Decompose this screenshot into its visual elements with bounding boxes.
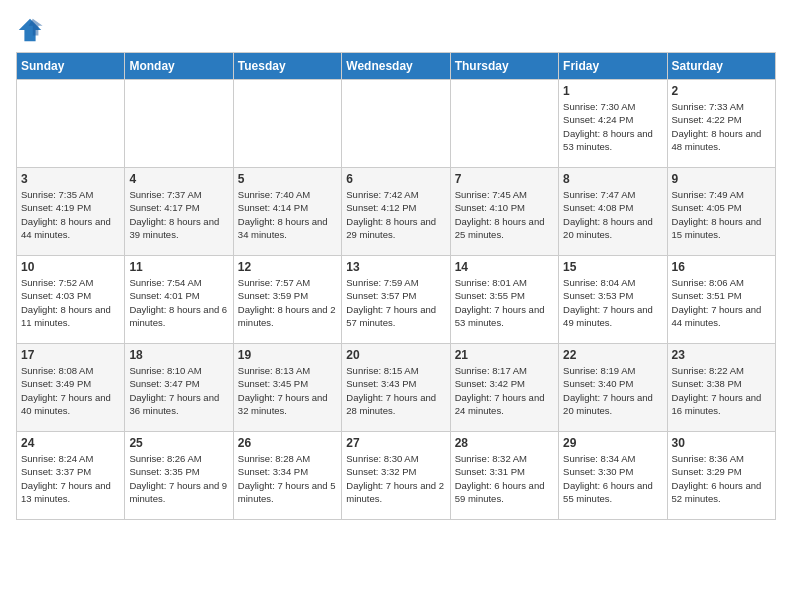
- day-number: 19: [238, 348, 337, 362]
- page-header: [16, 16, 776, 44]
- calendar-cell: 11Sunrise: 7:54 AMSunset: 4:01 PMDayligh…: [125, 256, 233, 344]
- day-info: Sunrise: 8:08 AMSunset: 3:49 PMDaylight:…: [21, 364, 120, 417]
- day-number: 14: [455, 260, 554, 274]
- day-number: 5: [238, 172, 337, 186]
- day-number: 6: [346, 172, 445, 186]
- calendar-cell: 26Sunrise: 8:28 AMSunset: 3:34 PMDayligh…: [233, 432, 341, 520]
- col-header-sunday: Sunday: [17, 53, 125, 80]
- calendar-cell: 18Sunrise: 8:10 AMSunset: 3:47 PMDayligh…: [125, 344, 233, 432]
- calendar-header-row: SundayMondayTuesdayWednesdayThursdayFrid…: [17, 53, 776, 80]
- day-number: 11: [129, 260, 228, 274]
- calendar-week-5: 24Sunrise: 8:24 AMSunset: 3:37 PMDayligh…: [17, 432, 776, 520]
- day-number: 2: [672, 84, 771, 98]
- col-header-tuesday: Tuesday: [233, 53, 341, 80]
- calendar-cell: 15Sunrise: 8:04 AMSunset: 3:53 PMDayligh…: [559, 256, 667, 344]
- col-header-thursday: Thursday: [450, 53, 558, 80]
- calendar-cell: 1Sunrise: 7:30 AMSunset: 4:24 PMDaylight…: [559, 80, 667, 168]
- day-info: Sunrise: 7:37 AMSunset: 4:17 PMDaylight:…: [129, 188, 228, 241]
- day-number: 30: [672, 436, 771, 450]
- day-number: 9: [672, 172, 771, 186]
- day-info: Sunrise: 7:33 AMSunset: 4:22 PMDaylight:…: [672, 100, 771, 153]
- day-info: Sunrise: 7:54 AMSunset: 4:01 PMDaylight:…: [129, 276, 228, 329]
- day-number: 8: [563, 172, 662, 186]
- day-info: Sunrise: 8:06 AMSunset: 3:51 PMDaylight:…: [672, 276, 771, 329]
- day-number: 21: [455, 348, 554, 362]
- day-info: Sunrise: 8:24 AMSunset: 3:37 PMDaylight:…: [21, 452, 120, 505]
- day-info: Sunrise: 8:13 AMSunset: 3:45 PMDaylight:…: [238, 364, 337, 417]
- day-number: 17: [21, 348, 120, 362]
- day-number: 25: [129, 436, 228, 450]
- calendar-cell: [450, 80, 558, 168]
- calendar-cell: 28Sunrise: 8:32 AMSunset: 3:31 PMDayligh…: [450, 432, 558, 520]
- calendar-cell: 17Sunrise: 8:08 AMSunset: 3:49 PMDayligh…: [17, 344, 125, 432]
- day-number: 27: [346, 436, 445, 450]
- day-number: 12: [238, 260, 337, 274]
- day-number: 4: [129, 172, 228, 186]
- day-info: Sunrise: 8:36 AMSunset: 3:29 PMDaylight:…: [672, 452, 771, 505]
- day-info: Sunrise: 8:28 AMSunset: 3:34 PMDaylight:…: [238, 452, 337, 505]
- calendar-week-3: 10Sunrise: 7:52 AMSunset: 4:03 PMDayligh…: [17, 256, 776, 344]
- day-number: 16: [672, 260, 771, 274]
- calendar-cell: 12Sunrise: 7:57 AMSunset: 3:59 PMDayligh…: [233, 256, 341, 344]
- calendar-cell: 6Sunrise: 7:42 AMSunset: 4:12 PMDaylight…: [342, 168, 450, 256]
- calendar-cell: 25Sunrise: 8:26 AMSunset: 3:35 PMDayligh…: [125, 432, 233, 520]
- day-number: 20: [346, 348, 445, 362]
- day-number: 18: [129, 348, 228, 362]
- day-info: Sunrise: 8:04 AMSunset: 3:53 PMDaylight:…: [563, 276, 662, 329]
- day-info: Sunrise: 8:26 AMSunset: 3:35 PMDaylight:…: [129, 452, 228, 505]
- calendar-cell: 8Sunrise: 7:47 AMSunset: 4:08 PMDaylight…: [559, 168, 667, 256]
- calendar-cell: 27Sunrise: 8:30 AMSunset: 3:32 PMDayligh…: [342, 432, 450, 520]
- calendar-cell: 14Sunrise: 8:01 AMSunset: 3:55 PMDayligh…: [450, 256, 558, 344]
- day-info: Sunrise: 7:35 AMSunset: 4:19 PMDaylight:…: [21, 188, 120, 241]
- day-info: Sunrise: 7:49 AMSunset: 4:05 PMDaylight:…: [672, 188, 771, 241]
- day-info: Sunrise: 8:01 AMSunset: 3:55 PMDaylight:…: [455, 276, 554, 329]
- calendar-cell: 10Sunrise: 7:52 AMSunset: 4:03 PMDayligh…: [17, 256, 125, 344]
- calendar-cell: 3Sunrise: 7:35 AMSunset: 4:19 PMDaylight…: [17, 168, 125, 256]
- logo-icon: [16, 16, 44, 44]
- day-number: 10: [21, 260, 120, 274]
- day-info: Sunrise: 8:19 AMSunset: 3:40 PMDaylight:…: [563, 364, 662, 417]
- calendar-cell: 22Sunrise: 8:19 AMSunset: 3:40 PMDayligh…: [559, 344, 667, 432]
- day-number: 3: [21, 172, 120, 186]
- day-info: Sunrise: 7:47 AMSunset: 4:08 PMDaylight:…: [563, 188, 662, 241]
- col-header-monday: Monday: [125, 53, 233, 80]
- calendar-cell: [125, 80, 233, 168]
- day-info: Sunrise: 7:52 AMSunset: 4:03 PMDaylight:…: [21, 276, 120, 329]
- day-number: 15: [563, 260, 662, 274]
- day-info: Sunrise: 8:17 AMSunset: 3:42 PMDaylight:…: [455, 364, 554, 417]
- calendar-week-2: 3Sunrise: 7:35 AMSunset: 4:19 PMDaylight…: [17, 168, 776, 256]
- calendar-cell: [342, 80, 450, 168]
- day-info: Sunrise: 7:40 AMSunset: 4:14 PMDaylight:…: [238, 188, 337, 241]
- day-number: 23: [672, 348, 771, 362]
- calendar-cell: 24Sunrise: 8:24 AMSunset: 3:37 PMDayligh…: [17, 432, 125, 520]
- calendar-cell: 5Sunrise: 7:40 AMSunset: 4:14 PMDaylight…: [233, 168, 341, 256]
- day-info: Sunrise: 7:45 AMSunset: 4:10 PMDaylight:…: [455, 188, 554, 241]
- calendar-cell: 20Sunrise: 8:15 AMSunset: 3:43 PMDayligh…: [342, 344, 450, 432]
- day-number: 7: [455, 172, 554, 186]
- day-info: Sunrise: 8:22 AMSunset: 3:38 PMDaylight:…: [672, 364, 771, 417]
- calendar-cell: 9Sunrise: 7:49 AMSunset: 4:05 PMDaylight…: [667, 168, 775, 256]
- col-header-friday: Friday: [559, 53, 667, 80]
- calendar-cell: 2Sunrise: 7:33 AMSunset: 4:22 PMDaylight…: [667, 80, 775, 168]
- day-number: 13: [346, 260, 445, 274]
- logo: [16, 16, 48, 44]
- day-number: 24: [21, 436, 120, 450]
- day-info: Sunrise: 8:34 AMSunset: 3:30 PMDaylight:…: [563, 452, 662, 505]
- calendar-cell: 30Sunrise: 8:36 AMSunset: 3:29 PMDayligh…: [667, 432, 775, 520]
- calendar-cell: 21Sunrise: 8:17 AMSunset: 3:42 PMDayligh…: [450, 344, 558, 432]
- calendar-cell: 16Sunrise: 8:06 AMSunset: 3:51 PMDayligh…: [667, 256, 775, 344]
- day-info: Sunrise: 8:15 AMSunset: 3:43 PMDaylight:…: [346, 364, 445, 417]
- calendar-week-4: 17Sunrise: 8:08 AMSunset: 3:49 PMDayligh…: [17, 344, 776, 432]
- day-info: Sunrise: 7:59 AMSunset: 3:57 PMDaylight:…: [346, 276, 445, 329]
- day-info: Sunrise: 8:10 AMSunset: 3:47 PMDaylight:…: [129, 364, 228, 417]
- calendar-cell: 4Sunrise: 7:37 AMSunset: 4:17 PMDaylight…: [125, 168, 233, 256]
- day-info: Sunrise: 7:30 AMSunset: 4:24 PMDaylight:…: [563, 100, 662, 153]
- day-number: 29: [563, 436, 662, 450]
- day-number: 28: [455, 436, 554, 450]
- calendar-cell: [17, 80, 125, 168]
- calendar-week-1: 1Sunrise: 7:30 AMSunset: 4:24 PMDaylight…: [17, 80, 776, 168]
- calendar-table: SundayMondayTuesdayWednesdayThursdayFrid…: [16, 52, 776, 520]
- calendar-cell: 13Sunrise: 7:59 AMSunset: 3:57 PMDayligh…: [342, 256, 450, 344]
- day-info: Sunrise: 8:32 AMSunset: 3:31 PMDaylight:…: [455, 452, 554, 505]
- day-info: Sunrise: 7:57 AMSunset: 3:59 PMDaylight:…: [238, 276, 337, 329]
